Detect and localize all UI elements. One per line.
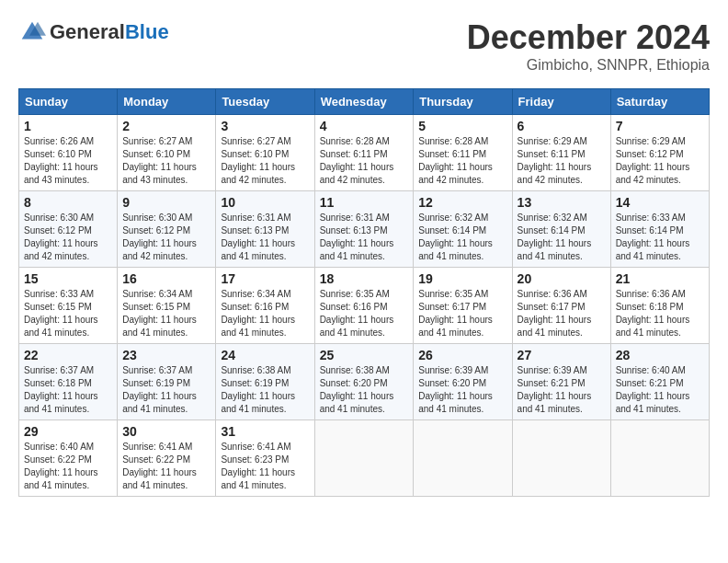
day-number: 4 [320, 119, 409, 133]
calendar-cell: 14 Sunrise: 6:33 AMSunset: 6:14 PMDaylig… [610, 191, 709, 268]
day-number: 26 [418, 348, 506, 362]
calendar-cell: 28 Sunrise: 6:40 AMSunset: 6:21 PMDaylig… [610, 344, 709, 420]
day-info: Sunrise: 6:40 AMSunset: 6:22 PMDaylight:… [24, 442, 98, 490]
logo-icon [18, 18, 46, 46]
day-info: Sunrise: 6:40 AMSunset: 6:21 PMDaylight:… [616, 365, 690, 414]
day-info: Sunrise: 6:33 AMSunset: 6:15 PMDaylight:… [24, 289, 98, 338]
header-saturday: Saturday [610, 89, 709, 115]
day-number: 11 [320, 195, 409, 210]
calendar-cell: 19 Sunrise: 6:35 AMSunset: 6:17 PMDaylig… [414, 268, 512, 344]
calendar-cell [314, 420, 414, 497]
calendar-cell: 15 Sunrise: 6:33 AMSunset: 6:15 PMDaylig… [19, 268, 118, 344]
calendar-cell: 27 Sunrise: 6:39 AMSunset: 6:21 PMDaylig… [512, 344, 610, 420]
calendar-cell: 10 Sunrise: 6:31 AMSunset: 6:13 PMDaylig… [216, 191, 314, 268]
day-number: 20 [518, 271, 606, 286]
title-section: December 2024 Gimbicho, SNNPR, Ethiopia [467, 18, 710, 74]
day-number: 22 [24, 348, 112, 362]
day-info: Sunrise: 6:33 AMSunset: 6:14 PMDaylight:… [616, 213, 690, 261]
day-number: 2 [122, 119, 210, 133]
header-friday: Friday [512, 89, 610, 115]
day-info: Sunrise: 6:36 AMSunset: 6:17 PMDaylight:… [518, 289, 592, 338]
day-number: 30 [122, 424, 210, 439]
day-info: Sunrise: 6:26 AMSunset: 6:10 PMDaylight:… [24, 136, 98, 185]
day-info: Sunrise: 6:38 AMSunset: 6:19 PMDaylight:… [221, 365, 295, 414]
day-number: 3 [221, 119, 309, 133]
day-number: 23 [122, 348, 210, 362]
day-info: Sunrise: 6:32 AMSunset: 6:14 PMDaylight:… [418, 213, 493, 261]
calendar-week-2: 8 Sunrise: 6:30 AMSunset: 6:12 PMDayligh… [19, 191, 710, 268]
calendar-cell: 3 Sunrise: 6:27 AMSunset: 6:10 PMDayligh… [216, 115, 314, 191]
calendar-cell: 22 Sunrise: 6:37 AMSunset: 6:18 PMDaylig… [19, 344, 118, 420]
day-info: Sunrise: 6:37 AMSunset: 6:18 PMDaylight:… [24, 365, 98, 414]
calendar-cell: 2 Sunrise: 6:27 AMSunset: 6:10 PMDayligh… [118, 115, 216, 191]
day-info: Sunrise: 6:31 AMSunset: 6:13 PMDaylight:… [221, 213, 295, 261]
day-number: 7 [616, 119, 704, 133]
day-info: Sunrise: 6:35 AMSunset: 6:17 PMDaylight:… [418, 289, 493, 338]
calendar-cell: 7 Sunrise: 6:29 AMSunset: 6:12 PMDayligh… [610, 115, 709, 191]
day-number: 18 [320, 271, 409, 286]
page-header: GeneralBlue December 2024 Gimbicho, SNNP… [18, 18, 710, 74]
day-info: Sunrise: 6:27 AMSunset: 6:10 PMDaylight:… [221, 136, 295, 185]
calendar-cell: 30 Sunrise: 6:41 AMSunset: 6:22 PMDaylig… [118, 420, 216, 497]
calendar-week-1: 1 Sunrise: 6:26 AMSunset: 6:10 PMDayligh… [19, 115, 710, 191]
calendar-cell: 23 Sunrise: 6:37 AMSunset: 6:19 PMDaylig… [118, 344, 216, 420]
day-info: Sunrise: 6:34 AMSunset: 6:16 PMDaylight:… [221, 289, 295, 338]
day-number: 17 [221, 271, 309, 286]
day-info: Sunrise: 6:38 AMSunset: 6:20 PMDaylight:… [320, 365, 394, 414]
calendar-week-3: 15 Sunrise: 6:33 AMSunset: 6:15 PMDaylig… [19, 268, 710, 344]
calendar-cell: 16 Sunrise: 6:34 AMSunset: 6:15 PMDaylig… [118, 268, 216, 344]
day-number: 5 [418, 119, 506, 133]
calendar-cell: 20 Sunrise: 6:36 AMSunset: 6:17 PMDaylig… [512, 268, 610, 344]
day-number: 28 [616, 348, 704, 362]
calendar-cell: 9 Sunrise: 6:30 AMSunset: 6:12 PMDayligh… [118, 191, 216, 268]
day-number: 14 [616, 195, 704, 210]
location-title: Gimbicho, SNNPR, Ethiopia [467, 57, 710, 74]
month-title: December 2024 [467, 18, 710, 57]
day-number: 16 [122, 271, 210, 286]
day-info: Sunrise: 6:35 AMSunset: 6:16 PMDaylight:… [320, 289, 394, 338]
header-wednesday: Wednesday [314, 89, 414, 115]
day-number: 29 [24, 424, 112, 439]
calendar-cell [414, 420, 512, 497]
calendar-cell: 25 Sunrise: 6:38 AMSunset: 6:20 PMDaylig… [314, 344, 414, 420]
logo-general: General [50, 20, 125, 43]
header-sunday: Sunday [19, 89, 118, 115]
day-number: 1 [24, 119, 112, 133]
calendar-cell: 4 Sunrise: 6:28 AMSunset: 6:11 PMDayligh… [314, 115, 414, 191]
calendar-cell: 21 Sunrise: 6:36 AMSunset: 6:18 PMDaylig… [610, 268, 709, 344]
day-info: Sunrise: 6:39 AMSunset: 6:20 PMDaylight:… [418, 365, 493, 414]
day-info: Sunrise: 6:36 AMSunset: 6:18 PMDaylight:… [616, 289, 690, 338]
day-number: 19 [418, 271, 506, 286]
day-number: 13 [518, 195, 606, 210]
calendar-cell: 31 Sunrise: 6:41 AMSunset: 6:23 PMDaylig… [216, 420, 314, 497]
calendar-cell: 5 Sunrise: 6:28 AMSunset: 6:11 PMDayligh… [414, 115, 512, 191]
calendar-cell: 18 Sunrise: 6:35 AMSunset: 6:16 PMDaylig… [314, 268, 414, 344]
day-info: Sunrise: 6:32 AMSunset: 6:14 PMDaylight:… [518, 213, 592, 261]
calendar-week-4: 22 Sunrise: 6:37 AMSunset: 6:18 PMDaylig… [19, 344, 710, 420]
calendar-table: Sunday Monday Tuesday Wednesday Thursday… [18, 88, 710, 497]
day-number: 24 [221, 348, 309, 362]
day-info: Sunrise: 6:31 AMSunset: 6:13 PMDaylight:… [320, 213, 394, 261]
calendar-cell [610, 420, 709, 497]
day-info: Sunrise: 6:29 AMSunset: 6:11 PMDaylight:… [518, 136, 592, 185]
day-info: Sunrise: 6:30 AMSunset: 6:12 PMDaylight:… [122, 213, 197, 261]
calendar-cell: 24 Sunrise: 6:38 AMSunset: 6:19 PMDaylig… [216, 344, 314, 420]
calendar-week-5: 29 Sunrise: 6:40 AMSunset: 6:22 PMDaylig… [19, 420, 710, 497]
day-number: 31 [221, 424, 309, 439]
day-info: Sunrise: 6:28 AMSunset: 6:11 PMDaylight:… [418, 136, 493, 185]
calendar-cell: 13 Sunrise: 6:32 AMSunset: 6:14 PMDaylig… [512, 191, 610, 268]
calendar-cell: 11 Sunrise: 6:31 AMSunset: 6:13 PMDaylig… [314, 191, 414, 268]
day-info: Sunrise: 6:34 AMSunset: 6:15 PMDaylight:… [122, 289, 197, 338]
day-number: 15 [24, 271, 112, 286]
day-info: Sunrise: 6:27 AMSunset: 6:10 PMDaylight:… [122, 136, 197, 185]
header-tuesday: Tuesday [216, 89, 314, 115]
day-number: 9 [122, 195, 210, 210]
day-number: 25 [320, 348, 409, 362]
header-thursday: Thursday [414, 89, 512, 115]
calendar-cell: 12 Sunrise: 6:32 AMSunset: 6:14 PMDaylig… [414, 191, 512, 268]
day-info: Sunrise: 6:39 AMSunset: 6:21 PMDaylight:… [518, 365, 592, 414]
day-info: Sunrise: 6:41 AMSunset: 6:23 PMDaylight:… [221, 442, 295, 490]
day-number: 6 [518, 119, 606, 133]
calendar-cell [512, 420, 610, 497]
day-info: Sunrise: 6:30 AMSunset: 6:12 PMDaylight:… [24, 213, 98, 261]
